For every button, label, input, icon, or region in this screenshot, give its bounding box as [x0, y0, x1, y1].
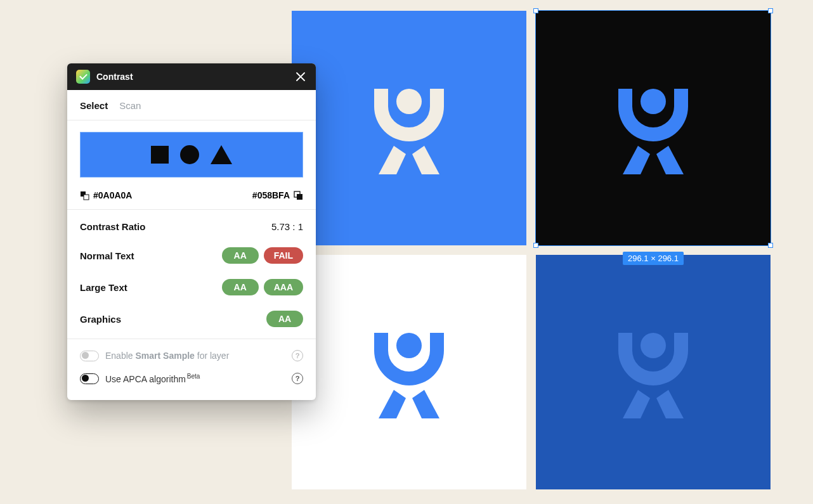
logo-glyph	[365, 326, 453, 418]
plugin-app-icon	[76, 70, 90, 84]
smart-sample-label: Enable Smart Sample for layer	[105, 351, 285, 361]
apca-label: Use APCA algorithmBeta	[105, 373, 285, 384]
large-text-aaa-badge: AAA	[264, 279, 303, 295]
apca-help-icon[interactable]: ?	[292, 373, 303, 384]
preview-circle-icon	[180, 145, 199, 164]
graphics-label: Graphics	[80, 314, 121, 325]
svg-point-3	[641, 333, 666, 358]
large-text-aa-badge: AA	[222, 279, 259, 295]
contrast-ratio-label: Contrast Ratio	[80, 221, 145, 232]
logo-glyph	[365, 82, 453, 174]
svg-rect-5	[84, 195, 89, 200]
apca-toggle[interactable]	[80, 373, 99, 384]
close-button[interactable]	[294, 70, 307, 83]
logo-glyph	[609, 326, 698, 418]
panel-title: Contrast	[96, 72, 294, 82]
foreground-color-value[interactable]: #0A0A0A	[93, 190, 132, 200]
artboard-3[interactable]	[292, 255, 526, 489]
svg-point-2	[396, 333, 422, 358]
preview-triangle-icon	[211, 145, 232, 164]
layers-icon[interactable]	[294, 191, 303, 200]
contrast-preview	[80, 132, 303, 178]
tab-scan[interactable]: Scan	[119, 100, 141, 111]
artboard-1[interactable]	[292, 11, 526, 245]
normal-text-aa-badge: AA	[222, 247, 259, 264]
artboard-2[interactable]	[536, 11, 771, 245]
smart-sample-help-icon[interactable]: ?	[292, 350, 303, 361]
normal-text-aaa-badge: FAIL	[264, 247, 303, 264]
logo-glyph	[609, 82, 698, 174]
panel-header[interactable]: Contrast	[67, 63, 316, 90]
background-color-value[interactable]: #058BFA	[252, 190, 290, 200]
svg-point-0	[396, 89, 422, 114]
contrast-ratio-value: 5.73 : 1	[271, 221, 303, 232]
artboard-4[interactable]	[536, 255, 771, 489]
close-icon	[296, 72, 305, 81]
contrast-plugin-panel: Contrast Select Scan #0A0A0A #058BFA	[67, 63, 316, 400]
smart-sample-toggle	[80, 351, 99, 361]
svg-rect-7	[297, 194, 302, 200]
tab-select[interactable]: Select	[80, 100, 108, 111]
graphics-aa-badge: AA	[266, 311, 303, 327]
svg-point-1	[641, 89, 666, 114]
swap-colors-icon[interactable]	[80, 191, 89, 200]
large-text-label: Large Text	[80, 282, 127, 293]
apca-row: Use APCA algorithmBeta ?	[80, 367, 303, 390]
smart-sample-row: Enable Smart Sample for layer ?	[80, 344, 303, 367]
tab-bar: Select Scan	[67, 90, 316, 120]
preview-square-icon	[151, 146, 169, 164]
normal-text-label: Normal Text	[80, 250, 134, 261]
